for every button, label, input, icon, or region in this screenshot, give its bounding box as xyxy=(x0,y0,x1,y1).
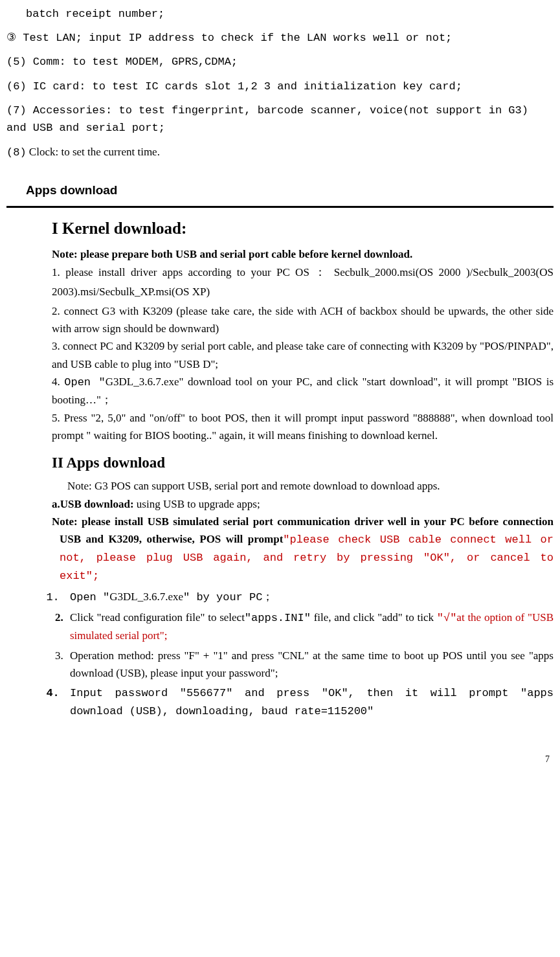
section-divider xyxy=(6,206,554,208)
usb-download-desc: using USB to upgrade apps; xyxy=(137,498,260,510)
usb-steps-list: Open "G3DL_3.6.7.exe" by your PC； Click … xyxy=(52,588,554,720)
usb-step-4: Input password "556677" and press "OK", … xyxy=(66,684,554,719)
item-7-accessories: (7) Accessories: to test fingerprint, ba… xyxy=(6,102,554,137)
item-8-prefix: (8) xyxy=(6,146,27,159)
section-apps-download: Apps download xyxy=(26,181,554,200)
usb-driver-note: Note: please install USB simulated seria… xyxy=(52,513,554,585)
apps-download-heading: II Apps download xyxy=(52,451,554,475)
batch-receipt-line: batch receipt number; xyxy=(6,5,554,23)
test-lan-line: ③ Test LAN; input IP address to check if… xyxy=(6,29,554,47)
apps-note: Note: G3 POS can support USB, serial por… xyxy=(52,477,554,495)
kernel-step-4: 4. Open "G3DL_3.6.7.exe" download tool o… xyxy=(52,373,554,409)
kernel-step-3: 3. connect PC and K3209 by serial port c… xyxy=(52,337,554,372)
item-8-body: Clock: to set the current time. xyxy=(27,146,160,158)
kernel-note: Note: please prepare both USB and serial… xyxy=(52,245,554,263)
item-6-ic-card: (6) IC card: to test IC cards slot 1,2 3… xyxy=(6,78,554,95)
usb-step-1: Open "G3DL_3.6.7.exe" by your PC； xyxy=(66,588,554,606)
page-number: 7 xyxy=(6,752,554,767)
usb-step-3: Operation method: press "F" + "1" and pr… xyxy=(66,647,554,682)
usb-download-line: a.USB download: using USB to upgrade app… xyxy=(52,495,554,513)
kernel-step-1: 1. please install driver apps according … xyxy=(52,263,554,302)
usb-download-label: a.USB download: xyxy=(52,498,137,510)
item-8-clock: (8) Clock: to set the current time. xyxy=(6,143,554,161)
usb-step-2: Click "read configuration file" to selec… xyxy=(66,609,554,644)
kernel-step-2: 2. connect G3 with K3209 (please take ca… xyxy=(52,302,554,337)
kernel-download-heading: I Kernel download: xyxy=(52,216,554,242)
item-5-comm: (5) Comm: to test MODEM, GPRS,CDMA; xyxy=(6,53,554,71)
kernel-step-5: 5. Press "2, 5,0" and "on/off" to boot P… xyxy=(52,409,554,444)
